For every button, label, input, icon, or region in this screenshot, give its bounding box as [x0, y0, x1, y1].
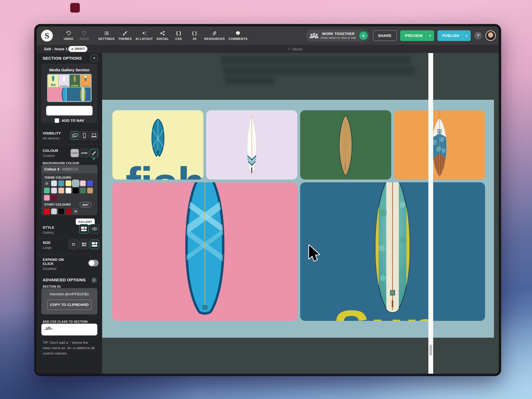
theme-swatch[interactable]	[51, 195, 57, 201]
theme-swatch[interactable]	[58, 180, 64, 186]
js-button[interactable]: ( ) JS	[187, 26, 203, 45]
story-titlebar: Salt - Issue 1 DRAFT ✓ Saved	[37, 45, 499, 53]
theme-swatch[interactable]	[51, 188, 57, 193]
add-to-nav-label: ADD TO NAV	[62, 119, 84, 123]
gallery-tile-green[interactable]	[300, 110, 391, 180]
css-button[interactable]: { } CSS	[171, 26, 187, 45]
draft-badge[interactable]: DRAFT	[68, 46, 87, 52]
theme-swatch[interactable]	[44, 195, 50, 201]
share-button[interactable]: SHARE	[373, 30, 397, 41]
section-options-panel: SECTION OPTIONS ✕ Media Gallery Section …	[37, 53, 102, 374]
theme-swatch[interactable]	[80, 180, 86, 186]
invite-plus-button[interactable]: +	[359, 31, 368, 41]
settings-button[interactable]: SETTINGS	[96, 26, 116, 45]
theme-swatch[interactable]	[87, 180, 93, 186]
visibility-all-devices-button[interactable]	[70, 131, 79, 140]
size-label: SIZE	[43, 241, 52, 245]
theme-swatch[interactable]	[44, 188, 50, 193]
visibility-value: All devices	[43, 136, 61, 140]
comments-button[interactable]: COMMENTS	[227, 26, 249, 45]
expand-on-click-toggle[interactable]	[88, 260, 99, 266]
app-window: S UNDO REDO SETTINGS THEMES AI LAYO	[34, 24, 501, 376]
resources-button[interactable]: RESOURCES	[203, 26, 227, 45]
colour-custom-button[interactable]	[90, 149, 98, 157]
story-swatch[interactable]	[58, 209, 64, 214]
publish-button[interactable]: PUBLISH ▼	[437, 30, 471, 41]
theme-colours-label: THEME COLOURS	[44, 176, 71, 179]
size-large-button[interactable]	[90, 240, 99, 249]
close-panel-button[interactable]: ✕	[91, 55, 98, 62]
theme-swatch[interactable]	[51, 180, 57, 186]
media-gallery-section[interactable]: fish	[102, 100, 494, 338]
advanced-options-label: ADVANCED OPTIONS	[43, 278, 86, 282]
tile-caption-fish: fish	[126, 161, 203, 180]
story-swatch[interactable]	[51, 209, 57, 214]
theme-swatch[interactable]	[58, 188, 64, 193]
size-small-button[interactable]	[69, 240, 78, 249]
visibility-mobile-button[interactable]	[80, 131, 89, 140]
add-to-nav-checkbox[interactable]	[55, 118, 59, 123]
theme-swatch[interactable]	[80, 188, 86, 193]
blurred-heading-line	[221, 56, 411, 64]
section-id-box: #section-jKmPFB1KBz COPY TO CLIPBOARD	[41, 288, 97, 314]
gallery-tile-orange[interactable]	[394, 110, 485, 180]
redo-button[interactable]: REDO	[76, 26, 92, 45]
canvas-scrollbar[interactable]	[428, 53, 433, 374]
undo-button[interactable]: UNDO	[61, 26, 76, 45]
info-icon[interactable]: i	[91, 278, 97, 283]
ai-layout-button[interactable]: AI LAYOUT	[133, 26, 155, 45]
size-small-icon	[72, 243, 75, 246]
shorthand-logo[interactable]: S	[41, 30, 53, 42]
style-gallery-button[interactable]	[79, 224, 89, 234]
gallery-tile-pink[interactable]	[112, 182, 298, 321]
plus-icon: +	[75, 209, 77, 214]
help-button[interactable]: ?	[474, 32, 482, 40]
selected-colour-row[interactable]: Colour 4 #98BCC4	[41, 165, 97, 173]
work-together-button[interactable]: WORK TOGETHER Invite others to view or e…	[306, 30, 369, 42]
edit-story-colours-button[interactable]: EDIT	[80, 202, 91, 208]
copy-to-clipboard-button[interactable]: COPY TO CLIPBOARD	[47, 300, 92, 310]
themes-button[interactable]: THEMES	[116, 26, 133, 45]
tile-caption-sun: Sun	[333, 302, 439, 321]
visibility-desktop-button[interactable]	[90, 131, 98, 140]
parens-icon: ( )	[192, 31, 197, 36]
brush-icon	[92, 151, 96, 155]
preview-dropdown-caret[interactable]: ▼	[426, 30, 434, 41]
publish-dropdown-caret[interactable]: ▼	[462, 30, 471, 41]
theme-swatch[interactable]	[66, 180, 71, 186]
story-swatch[interactable]	[66, 209, 71, 214]
divider	[37, 144, 102, 145]
scrollbar-thumb[interactable]	[430, 344, 432, 356]
theme-swatch[interactable]	[66, 188, 71, 193]
colour-dark-button[interactable]: DARK	[80, 149, 89, 157]
share-nodes-icon	[160, 31, 165, 36]
gallery-tile-shortboard[interactable]	[206, 110, 297, 180]
preview-button[interactable]: PREVIEW ▼	[400, 30, 434, 41]
background-colour-label: BACKGROUND COLOUR	[43, 162, 79, 165]
theme-swatch-selected[interactable]	[73, 180, 78, 186]
people-icon	[310, 33, 318, 38]
story-title: Salt - Issue 1	[44, 47, 68, 51]
blurred-heading-line	[225, 77, 274, 85]
custom-colour-caret	[92, 158, 95, 160]
theme-swatch[interactable]	[87, 188, 93, 193]
css-class-input[interactable]	[41, 324, 97, 336]
story-colours-label: STORY COLOURS	[44, 203, 71, 206]
gallery-tile-sun[interactable]: Sun	[300, 182, 485, 321]
user-avatar[interactable]	[485, 31, 496, 41]
style-label: STYLE	[43, 226, 54, 230]
section-thumbnail[interactable]: fish Shortboard HYBRID funboard	[47, 74, 92, 102]
add-to-nav-control[interactable]: ADD TO NAV	[41, 118, 97, 123]
gallery-tile-fish[interactable]: fish	[112, 110, 203, 180]
story-canvas[interactable]: fish	[102, 53, 499, 374]
colour-light-button[interactable]: LIGHT	[70, 149, 79, 157]
swatch-none[interactable]: ⊘	[44, 180, 50, 186]
add-story-colour-button[interactable]: +	[73, 209, 78, 214]
story-swatch[interactable]	[44, 209, 50, 214]
section-name-input[interactable]	[46, 106, 93, 115]
theme-swatch[interactable]	[73, 188, 78, 193]
style-carousel-button[interactable]	[90, 224, 99, 234]
size-medium-button[interactable]	[79, 240, 89, 249]
social-button[interactable]: SOCIAL	[155, 26, 171, 45]
visibility-label: VISIBILITY	[43, 131, 61, 135]
